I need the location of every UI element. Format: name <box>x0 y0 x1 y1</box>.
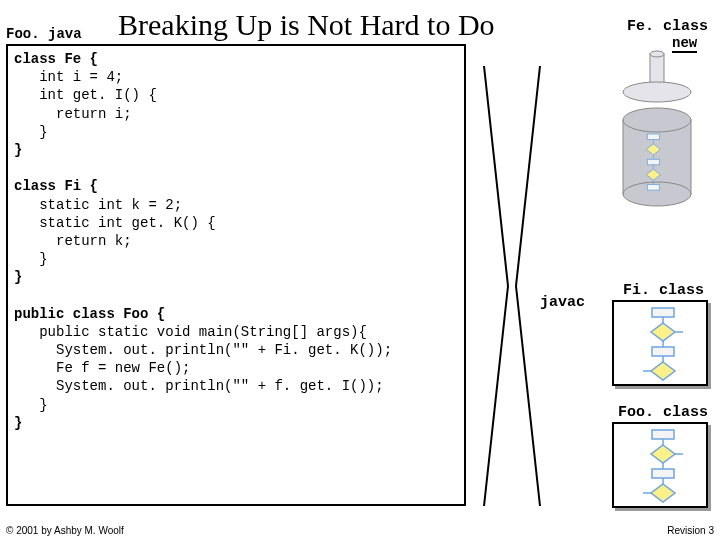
svg-point-1 <box>650 51 664 57</box>
svg-rect-24 <box>652 430 674 439</box>
fi-flowchart-icon <box>614 302 710 388</box>
svg-rect-10 <box>647 159 659 165</box>
source-code-box: class Fe { int i = 4; int get. I() { ret… <box>6 44 466 506</box>
source-filename: Foo. java <box>6 26 82 42</box>
copyright-text: © 2001 by Ashby M. Woolf <box>6 525 124 536</box>
foo-class-box <box>612 422 708 508</box>
svg-rect-19 <box>652 347 674 356</box>
foo-flowchart-icon <box>614 424 710 510</box>
svg-point-4 <box>623 108 691 132</box>
fi-class-box <box>612 300 708 386</box>
svg-point-2 <box>623 82 691 102</box>
svg-marker-17 <box>651 323 675 341</box>
svg-rect-15 <box>652 308 674 317</box>
svg-rect-6 <box>647 134 659 140</box>
fe-class-label: Fe. class <box>627 18 708 35</box>
svg-marker-21 <box>651 362 675 380</box>
svg-marker-30 <box>651 484 675 502</box>
fi-class-label: Fi. class <box>623 282 704 299</box>
grinder-icon <box>606 48 706 218</box>
svg-rect-14 <box>647 185 659 191</box>
revision-text: Revision 3 <box>667 525 714 536</box>
page-title: Breaking Up is Not Hard to Do <box>118 8 495 42</box>
javac-label: javac <box>540 294 585 311</box>
foo-class-label: Foo. class <box>618 404 708 421</box>
compile-funnel-icon <box>478 66 548 506</box>
svg-marker-26 <box>651 445 675 463</box>
svg-rect-28 <box>652 469 674 478</box>
